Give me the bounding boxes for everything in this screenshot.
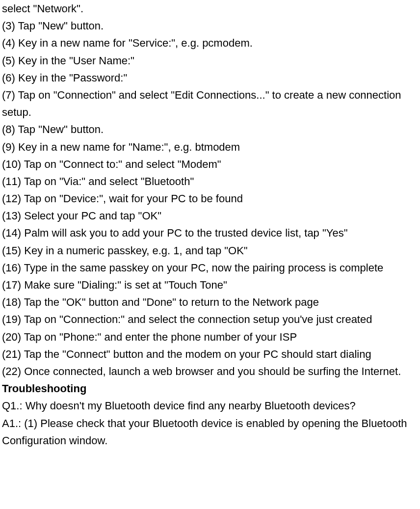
- instruction-line: (11) Tap on "Via:" and select "Bluetooth…: [2, 173, 418, 190]
- instruction-line: (14) Palm will ask you to add your PC to…: [2, 224, 418, 241]
- instruction-line: (3) Tap "New" button.: [2, 17, 418, 34]
- instruction-line: (15) Key in a numeric passkey, e.g. 1, a…: [2, 242, 418, 259]
- instruction-line: (18) Tap the "OK" button and "Done" to r…: [2, 294, 418, 311]
- instruction-line: (7) Tap on "Connection" and select "Edit…: [2, 86, 418, 121]
- instruction-line: (16) Type in the same passkey on your PC…: [2, 259, 418, 276]
- instruction-line: (6) Key in the "Password:": [2, 69, 418, 86]
- qa-line: Q1.: Why doesn't my Bluetooth device fin…: [2, 397, 418, 414]
- instruction-line: (5) Key in the "User Name:": [2, 52, 418, 69]
- document-body: select "Network". (3) Tap "New" button. …: [0, 0, 420, 449]
- instruction-line: (8) Tap "New" button.: [2, 121, 418, 138]
- instruction-line: (22) Once connected, launch a web browse…: [2, 363, 418, 380]
- instruction-line: (17) Make sure "Dialing:" is set at "Tou…: [2, 276, 418, 294]
- instruction-line: (4) Key in a new name for "Service:", e.…: [2, 34, 418, 52]
- instruction-line: (9) Key in a new name for "Name:", e.g. …: [2, 138, 418, 156]
- instruction-line: (21) Tap the "Connect" button and the mo…: [2, 346, 418, 363]
- instruction-line: (13) Select your PC and tap "OK": [2, 207, 418, 224]
- instruction-line: (19) Tap on "Connection:" and select the…: [2, 311, 418, 328]
- instruction-line: (10) Tap on "Connect to:" and select "Mo…: [2, 156, 418, 173]
- instruction-line: select "Network".: [2, 0, 418, 17]
- qa-line: A1.: (1) Please check that your Bluetoot…: [2, 415, 418, 449]
- instruction-line: (20) Tap on "Phone:" and enter the phone…: [2, 328, 418, 346]
- instruction-line: (12) Tap on "Device:", wait for your PC …: [2, 190, 418, 207]
- section-heading-troubleshooting: Troubleshooting: [2, 380, 418, 397]
